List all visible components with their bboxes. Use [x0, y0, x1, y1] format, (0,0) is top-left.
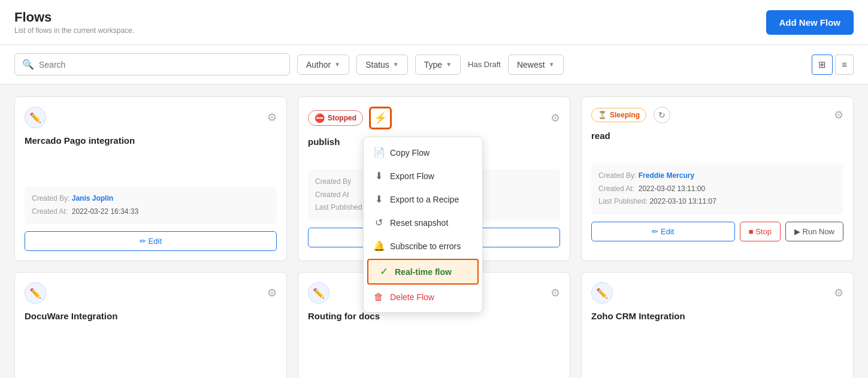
card-gear-icon[interactable]: ⚙	[551, 111, 560, 125]
delete-icon: 🗑	[373, 292, 384, 303]
card-edit-icon: ✏️	[25, 282, 46, 304]
author-chevron-icon: ▼	[334, 61, 340, 68]
stop-button[interactable]: ■ Stop	[740, 222, 781, 241]
export-recipe-icon: ⬇	[373, 193, 384, 205]
card-title: Mercado Pago integration	[25, 135, 277, 146]
card-status: ⏳ Sleeping ↻	[591, 107, 670, 123]
dropdown-item-copy-flow[interactable]: 📄 Copy Flow	[364, 141, 482, 164]
card-gear-icon[interactable]: ⚙	[267, 111, 277, 124]
created-at-value: 2022-03-02 13:11:00	[639, 185, 705, 193]
export-icon: ⬇	[373, 170, 384, 182]
card-header: ✏️ ⚙	[591, 282, 843, 304]
reset-snapshot-label: Reset snapshot	[390, 218, 448, 228]
dropdown-item-realtime-flow[interactable]: ✓ Real-time flow	[367, 259, 479, 285]
page-title: Flows	[14, 10, 134, 25]
sleep-icon: ⏳	[598, 111, 607, 119]
delete-flow-label: Delete Flow	[390, 292, 434, 302]
author-filter-label: Author	[306, 60, 331, 69]
dropdown-menu: 📄 Copy Flow ⬇ Export Flow ⬇ Export to a …	[363, 137, 483, 313]
check-icon: ✓	[378, 266, 389, 277]
card-status: ⛔ Stopped ⚡ 📄 Copy Flow	[308, 107, 392, 129]
has-draft-label: Has Draft	[468, 60, 501, 69]
dropdown-item-reset-snapshot[interactable]: ↺ Reset snapshot	[364, 211, 482, 234]
status-filter-label: Status	[365, 60, 389, 69]
card-title: read	[591, 131, 843, 141]
author-filter-button[interactable]: Author ▼	[297, 55, 349, 75]
status-label: Stopped	[328, 114, 356, 122]
type-filter-label: Type	[424, 60, 442, 69]
add-new-flow-button[interactable]: Add New Flow	[766, 10, 854, 35]
subscribe-errors-label: Subscribe to errors	[390, 241, 461, 251]
created-by-value: Janis Joplin	[72, 194, 113, 202]
export-recipe-label: Export to a Recipe	[390, 195, 459, 204]
refresh-icon[interactable]: ↻	[654, 107, 670, 123]
card-edit-icon: ✏️	[591, 282, 613, 304]
status-chevron-icon: ▼	[393, 61, 399, 68]
card-mercado-pago: ✏️ ⚙ Mercado Pago integration Created By…	[14, 96, 287, 261]
copy-icon: 📄	[373, 147, 384, 158]
list-view-button[interactable]: ≡	[835, 55, 854, 75]
search-box: 🔍	[14, 53, 290, 75]
cards-grid: ✏️ ⚙ Mercado Pago integration Created By…	[14, 96, 854, 378]
dropdown-trigger-button[interactable]: ⚡	[369, 107, 392, 129]
search-icon: 🔍	[22, 59, 34, 70]
card-title: Zoho CRM Integration	[591, 311, 843, 321]
card-meta: Created By: Freddie Mercury Created At: …	[591, 164, 843, 214]
dropdown-item-subscribe-errors[interactable]: 🔔 Subscribe to errors	[364, 234, 482, 258]
newest-filter-button[interactable]: Newest ▼	[508, 55, 564, 75]
header-left: Flows List of flows in the current works…	[14, 10, 134, 35]
newest-chevron-icon: ▼	[549, 61, 555, 68]
status-badge-stopped: ⛔ Stopped	[308, 110, 363, 126]
card-actions: ✏ Edit	[25, 231, 277, 251]
export-flow-label: Export Flow	[390, 171, 434, 181]
card-header: ✏️ ⚙	[25, 282, 277, 304]
view-toggle: ⊞ ≡	[812, 55, 854, 75]
card-title: DocuWare Integration	[25, 311, 277, 321]
dropdown-item-delete-flow[interactable]: 🗑 Delete Flow	[364, 286, 482, 309]
grid-view-button[interactable]: ⊞	[812, 55, 833, 75]
type-chevron-icon: ▼	[446, 61, 452, 68]
card-meta: Created By: Janis Joplin Created At: 202…	[25, 186, 277, 224]
edit-button[interactable]: ✏ Edit	[25, 231, 277, 251]
page-subtitle: List of flows in the current workspace.	[14, 26, 134, 35]
card-gear-icon[interactable]: ⚙	[834, 108, 843, 122]
card-header: ✏️ ⚙	[25, 107, 277, 128]
reset-icon: ↺	[373, 217, 384, 228]
card-publish: ⛔ Stopped ⚡ 📄 Copy Flow	[298, 96, 570, 261]
last-published-value: 2022-03-10 13:11:07	[649, 197, 716, 205]
realtime-flow-label: Real-time flow	[395, 267, 452, 277]
edit-button[interactable]: ✏ Edit	[591, 222, 735, 241]
status-filter-button[interactable]: Status ▼	[356, 55, 408, 75]
card-actions: ✏ Edit ■ Stop ▶ Run Now	[591, 222, 843, 241]
run-now-button[interactable]: ▶ Run Now	[785, 222, 843, 241]
card-header: ⏳ Sleeping ↻ ⚙	[591, 107, 843, 123]
status-badge-sleeping: ⏳ Sleeping	[591, 108, 646, 122]
card-docuware: ✏️ ⚙ DocuWare Integration	[14, 272, 287, 378]
dropdown-item-export-flow[interactable]: ⬇ Export Flow	[364, 164, 482, 188]
card-edit-icon: ✏️	[308, 282, 329, 304]
card-gear-icon[interactable]: ⚙	[267, 286, 277, 300]
stop-dot-icon: ⛔	[314, 113, 325, 123]
card-header: ⛔ Stopped ⚡ 📄 Copy Flow	[308, 107, 560, 129]
content-area: ✏️ ⚙ Mercado Pago integration Created By…	[0, 84, 868, 378]
card-gear-icon[interactable]: ⚙	[834, 286, 843, 300]
card-read: ⏳ Sleeping ↻ ⚙ read Created By: Freddie …	[581, 96, 854, 261]
search-input[interactable]	[39, 60, 282, 69]
created-at-value: 2022-03-22 16:34:33	[72, 207, 138, 216]
status-label: Sleeping	[610, 111, 640, 119]
page-header: Flows List of flows in the current works…	[0, 0, 868, 45]
newest-filter-label: Newest	[517, 60, 545, 69]
copy-flow-label: Copy Flow	[390, 148, 430, 158]
card-zoho: ✏️ ⚙ Zoho CRM Integration	[581, 272, 854, 378]
card-edit-icon: ✏️	[25, 107, 46, 128]
bell-icon: 🔔	[373, 240, 384, 252]
type-filter-button[interactable]: Type ▼	[415, 55, 461, 75]
created-by-value: Freddie Mercury	[639, 171, 694, 180]
toolbar: 🔍 Author ▼ Status ▼ Type ▼ Has Draft New…	[0, 45, 868, 84]
dropdown-item-export-recipe[interactable]: ⬇ Export to a Recipe	[364, 188, 482, 211]
card-gear-icon[interactable]: ⚙	[551, 286, 560, 300]
lightning-icon: ⚡	[374, 111, 387, 125]
